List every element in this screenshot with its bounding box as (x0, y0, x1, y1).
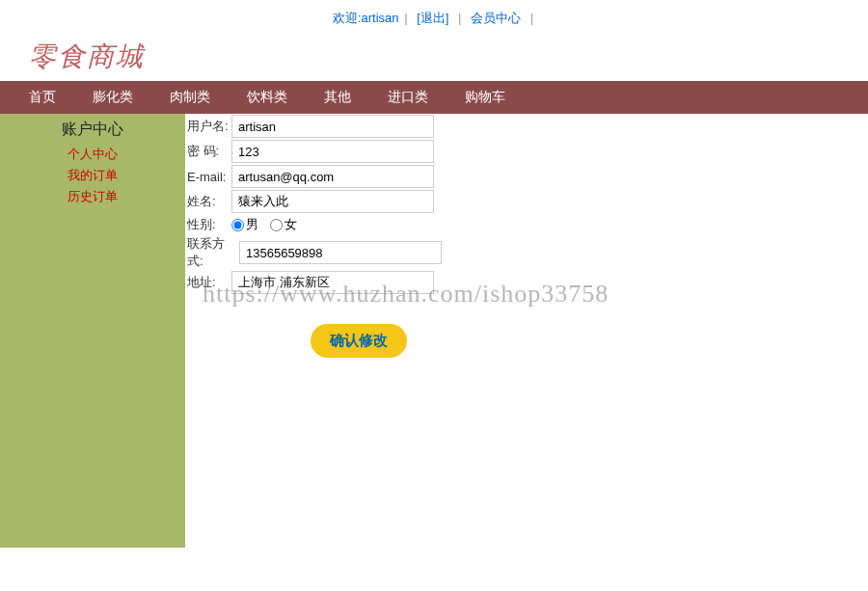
gender-label: 性别: (185, 216, 231, 233)
sidebar-item-orders[interactable]: 我的订单 (0, 165, 185, 186)
phone-input[interactable] (239, 241, 442, 264)
email-input[interactable] (231, 165, 434, 188)
email-label: E-mail: (185, 170, 231, 184)
gender-female-label[interactable]: 女 (270, 217, 297, 231)
sidebar-item-history[interactable]: 历史订单 (0, 186, 185, 207)
phone-label: 联系方式: (185, 235, 239, 270)
member-center-link[interactable]: 会员中心 (471, 11, 521, 25)
nav-other[interactable]: 其他 (324, 89, 351, 106)
nav-bar: 首页 膨化类 肉制类 饮料类 其他 进口类 购物车 (0, 81, 868, 114)
name-input[interactable] (231, 190, 434, 213)
nav-import[interactable]: 进口类 (388, 89, 428, 106)
sidebar-item-profile[interactable]: 个人中心 (0, 144, 185, 165)
address-label: 地址: (185, 274, 231, 291)
footer-text: 【猿来入此】网上商城 版权所有 (0, 548, 868, 591)
header-bar: 欢迎:artisan | [退出] | 会员中心 | (0, 0, 868, 35)
nav-drinks[interactable]: 饮料类 (247, 89, 287, 106)
site-logo: 零食商城 (29, 41, 145, 71)
welcome-text: 欢迎:artisan (333, 11, 399, 25)
sidebar: 账户中心 个人中心 我的订单 历史订单 (0, 114, 185, 548)
separator: | (530, 11, 533, 25)
nav-home[interactable]: 首页 (29, 89, 56, 106)
nav-puffed[interactable]: 膨化类 (93, 89, 133, 106)
nav-cart[interactable]: 购物车 (465, 89, 505, 106)
username-label: 用户名: (185, 118, 231, 135)
gender-male-label[interactable]: 男 (231, 217, 258, 231)
username-input[interactable] (231, 115, 434, 138)
gender-female-radio[interactable] (270, 219, 283, 231)
form-area: 用户名: 密 码: E-mail: 姓名: 性别: 男 女 (185, 114, 868, 548)
sidebar-title: 账户中心 (0, 118, 185, 144)
separator: | (404, 11, 407, 25)
logo-area: 零食商城 (0, 35, 868, 81)
password-label: 密 码: (185, 143, 231, 160)
password-input[interactable] (231, 140, 434, 163)
separator: | (458, 11, 461, 25)
address-input[interactable] (231, 271, 434, 294)
logout-link[interactable]: [退出] (417, 11, 448, 25)
submit-button[interactable]: 确认修改 (311, 324, 407, 358)
name-label: 姓名: (185, 193, 231, 210)
nav-meat[interactable]: 肉制类 (170, 89, 210, 106)
gender-male-radio[interactable] (231, 219, 244, 231)
